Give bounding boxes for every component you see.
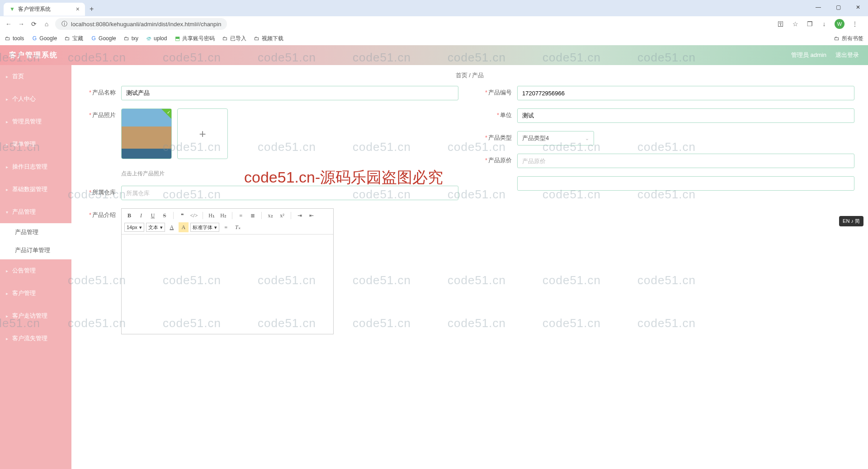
uploaded-image-thumb[interactable] bbox=[121, 108, 172, 159]
upload-add-button[interactable]: + bbox=[177, 108, 228, 159]
url-input[interactable]: ⓘ localhost:8080/kehuguanli/admin/dist/i… bbox=[55, 18, 227, 30]
editor-body[interactable] bbox=[122, 234, 333, 334]
bold-button[interactable]: B bbox=[124, 211, 134, 220]
product-intro-label: 产品介绍 bbox=[92, 211, 116, 218]
back-icon[interactable]: ← bbox=[5, 20, 13, 28]
sidebar-item-admin[interactable]: ▸管理员管理 bbox=[0, 110, 71, 133]
sup-button[interactable]: x² bbox=[277, 211, 287, 220]
all-bookmarks[interactable]: 🗀所有书签 bbox=[834, 35, 863, 42]
strike-button[interactable]: S bbox=[160, 211, 170, 220]
bookmark-item[interactable]: 🗀txy bbox=[123, 35, 138, 42]
window-controls: — ▢ ✕ bbox=[808, 0, 868, 14]
form-right-column: *产品编号 *单位 *产品类型 产品类型4 ⌄ bbox=[472, 86, 854, 342]
bookmark-item[interactable]: ⬒共享账号密码 bbox=[174, 35, 215, 42]
h1-button[interactable]: H₁ bbox=[207, 211, 217, 220]
indent-button[interactable]: ⇥ bbox=[295, 211, 305, 220]
code-button[interactable]: </> bbox=[189, 211, 199, 220]
app-title: 客户管理系统 bbox=[9, 51, 58, 60]
bookmark-item[interactable]: 🗀已导入 bbox=[222, 35, 246, 42]
upload-hint: 点击上传产品照片 bbox=[121, 170, 458, 178]
reload-icon[interactable]: ⟳ bbox=[30, 20, 38, 28]
window-minimize-button[interactable]: — bbox=[808, 0, 828, 14]
download-icon[interactable]: ↓ bbox=[820, 20, 828, 28]
new-tab-button[interactable]: + bbox=[90, 5, 94, 13]
bookmark-item[interactable]: GGoogle bbox=[31, 35, 57, 42]
unit-input[interactable] bbox=[517, 108, 854, 123]
font-size-select[interactable]: 14px▾ bbox=[124, 223, 144, 232]
clear-format-button[interactable]: Tₓ bbox=[233, 222, 243, 232]
h2-button[interactable]: H₂ bbox=[218, 211, 228, 220]
form-left-column: *产品名称 *产品照片 + 点击上传产品照片 bbox=[76, 86, 458, 342]
window-maximize-button[interactable]: ▢ bbox=[828, 0, 848, 14]
bookmark-item[interactable]: ಄uplod bbox=[146, 35, 167, 42]
sidebar-item-visit[interactable]: ▸客户走访管理 bbox=[0, 305, 71, 327]
align-button[interactable]: ≡ bbox=[221, 222, 231, 232]
avatar[interactable]: W bbox=[835, 19, 844, 29]
product-name-input[interactable] bbox=[121, 86, 458, 100]
browser-chrome: — ▢ ✕ ▼ 客户管理系统 × + ← → ⟳ ⌂ ⓘ localhost:8… bbox=[0, 0, 868, 45]
bgcolor-button[interactable]: A bbox=[179, 222, 189, 232]
plus-icon: + bbox=[199, 127, 206, 141]
italic-button[interactable]: I bbox=[136, 211, 146, 220]
bookmark-bar: 🗀tools GGoogle 🗀宝藏 GGoogle 🗀txy ಄uplod ⬒… bbox=[0, 32, 868, 45]
sidebar-item-customer[interactable]: ▸客户管理 bbox=[0, 282, 71, 305]
sub-button[interactable]: x₂ bbox=[265, 211, 275, 220]
extensions-icon[interactable]: ❐ bbox=[806, 20, 814, 28]
sidebar-item-menu[interactable]: ▸菜单管理 bbox=[0, 133, 71, 155]
chevron-icon: ▾ bbox=[214, 225, 217, 230]
outdent-button[interactable]: ⇤ bbox=[307, 211, 316, 220]
bookmark-icon[interactable]: ☆ bbox=[791, 20, 799, 28]
quote-button[interactable]: ❝ bbox=[177, 211, 187, 220]
sidebar-item-basedata[interactable]: ▸基础数据管理 bbox=[0, 178, 71, 201]
bookmark-item[interactable]: 🗀宝藏 bbox=[64, 35, 83, 42]
sidebar-subitem-product-order[interactable]: 产品订单管理 bbox=[0, 241, 71, 259]
ime-badge[interactable]: EN ♪ 简 bbox=[839, 216, 863, 226]
product-type-select[interactable]: 产品类型4 ⌄ bbox=[517, 131, 594, 145]
tab-title: 客户管理系统 bbox=[18, 5, 51, 13]
rich-text-editor: B I U S ❝ </> H₁ H₂ bbox=[121, 208, 334, 334]
menu-icon[interactable]: ⋮ bbox=[851, 20, 859, 28]
user-label[interactable]: 管理员 admin bbox=[791, 51, 826, 59]
sidebar-item-oplog[interactable]: ▸操作日志管理 bbox=[0, 155, 71, 178]
address-bar: ← → ⟳ ⌂ ⓘ localhost:8080/kehuguanli/admi… bbox=[0, 16, 868, 32]
folder-icon: 🗀 bbox=[123, 35, 130, 42]
original-price-input[interactable] bbox=[517, 154, 854, 168]
product-name-label: 产品名称 bbox=[92, 89, 116, 96]
logout-button[interactable]: 退出登录 bbox=[835, 51, 859, 59]
sidebar-item-notice[interactable]: ▸公告管理 bbox=[0, 259, 71, 282]
breadcrumb: 首页 / 产品 bbox=[71, 65, 868, 86]
extra-input[interactable] bbox=[517, 176, 854, 191]
sidebar-item-product[interactable]: ▾产品管理 bbox=[0, 201, 71, 223]
product-photo-label: 产品照片 bbox=[92, 112, 116, 118]
check-icon bbox=[161, 109, 171, 119]
bookmark-item[interactable]: 🗀tools bbox=[5, 35, 24, 42]
forward-icon[interactable]: → bbox=[17, 20, 25, 28]
editor-toolbar: B I U S ❝ </> H₁ H₂ bbox=[122, 209, 333, 234]
sidebar: ▸首页 ▸个人中心 ▸管理员管理 ▸菜单管理 ▸操作日志管理 ▸基础数据管理 ▾… bbox=[0, 65, 71, 469]
bookmark-item[interactable]: 🗀视频下载 bbox=[254, 35, 283, 42]
sidebar-item-lost[interactable]: ▸客户流失管理 bbox=[0, 327, 71, 350]
folder-icon: 🗀 bbox=[254, 35, 260, 42]
color-button[interactable]: A bbox=[167, 222, 177, 232]
main-content: 首页 / 产品 *产品名称 *产品照片 bbox=[71, 65, 868, 469]
sidebar-item-home[interactable]: ▸首页 bbox=[0, 65, 71, 88]
window-close-button[interactable]: ✕ bbox=[848, 0, 868, 14]
ol-button[interactable]: ≡ bbox=[236, 211, 246, 220]
key-icon[interactable]: ⚿ bbox=[777, 20, 785, 28]
font-family-select[interactable]: 标准字体▾ bbox=[190, 223, 219, 232]
sidebar-item-profile[interactable]: ▸个人中心 bbox=[0, 88, 71, 110]
text-style-select[interactable]: 文本▾ bbox=[146, 223, 165, 232]
ul-button[interactable]: ≣ bbox=[248, 211, 258, 220]
warehouse-input[interactable] bbox=[121, 186, 458, 200]
product-code-input[interactable] bbox=[517, 86, 854, 100]
underline-button[interactable]: U bbox=[148, 211, 158, 220]
home-icon[interactable]: ⌂ bbox=[42, 20, 51, 28]
arrow-icon: ▸ bbox=[6, 97, 8, 102]
arrow-icon: ▸ bbox=[6, 74, 8, 79]
close-icon[interactable]: × bbox=[76, 5, 80, 13]
arrow-icon: ▸ bbox=[6, 142, 8, 147]
bookmark-item[interactable]: GGoogle bbox=[90, 35, 116, 42]
sidebar-subitem-product-manage[interactable]: 产品管理 bbox=[0, 223, 71, 241]
browser-tab[interactable]: ▼ 客户管理系统 × bbox=[4, 3, 85, 16]
breadcrumb-home[interactable]: 首页 bbox=[456, 72, 467, 79]
